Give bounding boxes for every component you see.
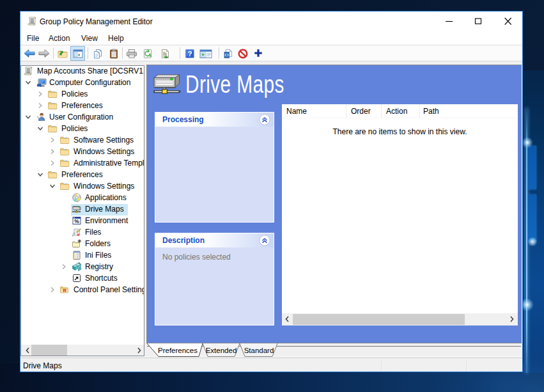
svg-text:Extended: Extended bbox=[206, 347, 237, 354]
svg-text:Preferences: Preferences bbox=[158, 347, 198, 354]
svg-text:?: ? bbox=[187, 50, 192, 58]
svg-text:Standard: Standard bbox=[244, 347, 274, 354]
